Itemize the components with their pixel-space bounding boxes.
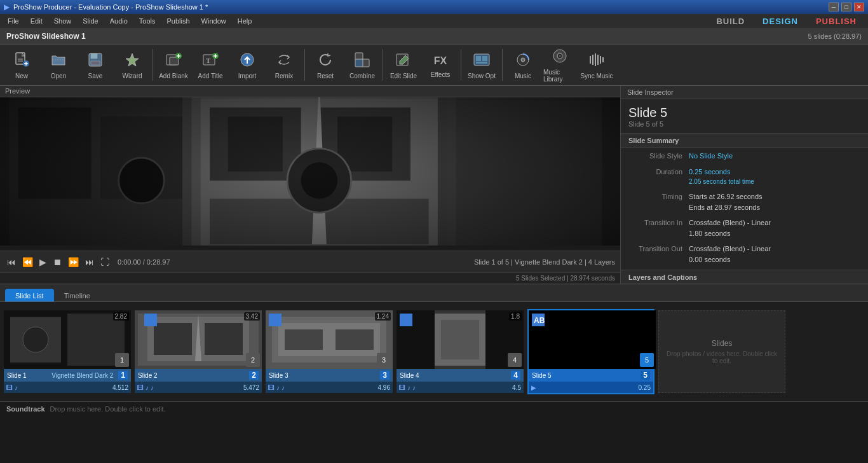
transition-out-duration: 0.00 seconds [689, 254, 771, 265]
svg-text:T: T [206, 57, 211, 64]
reset-button[interactable]: Reset [308, 47, 343, 83]
layers-captions-title: Layers and Captions [621, 270, 868, 284]
step-forward-button[interactable]: ⏩ [66, 256, 81, 268]
slide-number-heading: Slide 5 [628, 106, 860, 120]
tab-timeline[interactable]: Timeline [54, 289, 100, 301]
fullscreen-button[interactable]: ⛶ [98, 256, 111, 268]
slide-3-number: 3 [377, 353, 391, 367]
show-opt-button[interactable]: Show Opt [464, 47, 499, 83]
soundtrack-bar: Soundtrack Drop music here. Double click… [0, 401, 868, 415]
total-time-value[interactable]: 2.05 seconds total time [689, 177, 754, 186]
menu-show[interactable]: Show [49, 16, 77, 26]
sync-music-label: Sync Music [580, 73, 613, 79]
slide-1-title-bar: Slide 1 Vignette Blend Dark 2 1 [4, 369, 131, 382]
slide-1-title: Slide 1 [7, 372, 49, 379]
inspector-title: Slide Inspector [621, 86, 868, 99]
add-title-button[interactable]: T Add Title [193, 47, 228, 83]
slide-item-5[interactable]: AB 5 Slide 5 5 ▶ 0.25 [527, 309, 654, 394]
preview-pane: Preview [0, 86, 620, 284]
skip-end-button[interactable]: ⏭ [83, 256, 96, 268]
music-library-button[interactable]: Music Library [542, 47, 578, 83]
duration-value[interactable]: 0.25 seconds [689, 167, 754, 177]
add-blank-button[interactable]: Add Blank [156, 47, 191, 83]
menu-window[interactable]: Window [196, 16, 231, 26]
slide-4-num-badge: 4 [511, 371, 520, 380]
wizard-label: Wizard [122, 73, 142, 79]
save-button[interactable]: Save [78, 47, 113, 83]
slide-item-1[interactable]: 2.82 1 Slide 1 Vignette Blend Dark 2 1 🎞… [4, 310, 131, 393]
stop-button[interactable]: ⏹ [51, 256, 64, 268]
preview-image [0, 97, 620, 245]
new-button[interactable]: New [4, 47, 39, 83]
slide-3-trans-duration: 1.24 [375, 312, 391, 321]
slide-2-num-badge: 2 [249, 371, 259, 380]
maximize-button[interactable]: □ [841, 3, 851, 11]
timing-start: Starts at 26.92 seconds [689, 191, 763, 202]
combine-icon [353, 51, 371, 71]
combine-button[interactable]: Combine [344, 47, 380, 83]
slide-item-3[interactable]: 1.24 3 Slide 3 3 🎞 ♪ ♪ 4.96 [266, 310, 393, 393]
slide-3-extra-icon: ♪ [281, 384, 285, 391]
import-button[interactable]: Import [229, 47, 265, 83]
effects-button[interactable]: FX Effects [423, 47, 458, 83]
edit-slide-icon [395, 51, 412, 71]
minimize-button[interactable]: ─ [829, 3, 839, 11]
slide-5-bottom: ▶ 0.25 [529, 382, 653, 393]
show-info: 5 slides (0:28.97) [808, 32, 862, 40]
step-back-button[interactable]: ⏪ [20, 256, 35, 268]
svg-rect-40 [602, 57, 604, 62]
window-controls[interactable]: ─ □ ✕ [829, 3, 864, 11]
open-button[interactable]: Open [41, 47, 76, 83]
slide-4-number: 4 [508, 353, 522, 367]
svg-text:AB: AB [534, 316, 545, 325]
progress-area[interactable] [0, 245, 620, 251]
slide-3-film-icon: 🎞 [268, 384, 275, 391]
skip-start-button[interactable]: ⏮ [5, 256, 18, 268]
menu-file[interactable]: File [3, 16, 24, 26]
slide-style-value[interactable]: No Slide Style [689, 151, 733, 162]
svg-rect-80 [441, 320, 479, 359]
slide-4-bottom: 🎞 ♪ ♪ 4.5 [397, 382, 524, 393]
slide-1-trans-duration: 2.82 [113, 312, 129, 321]
timing-row: Timing Starts at 26.92 seconds Ends at 2… [621, 189, 868, 215]
effects-icon: FX [431, 52, 449, 70]
toolbar-separator-4 [461, 49, 461, 81]
slide-1-music-icon: ♪ [15, 384, 18, 391]
menu-audio[interactable]: Audio [105, 16, 133, 26]
menu-tools[interactable]: Tools [134, 16, 161, 26]
slide-2-title: Slide 2 [138, 372, 247, 379]
edit-slide-button[interactable]: Edit Slide [386, 47, 421, 83]
menu-publish[interactable]: Publish [162, 16, 195, 26]
tab-slide-list[interactable]: Slide List [5, 289, 54, 301]
empty-slide-slot[interactable]: Slides Drop photos / videos here. Double… [658, 310, 785, 393]
transition-out-row: Transition Out Crossfade (Blend) - Linea… [621, 241, 868, 267]
menu-slide[interactable]: Slide [78, 16, 103, 26]
save-icon [86, 51, 104, 71]
remix-button[interactable]: Remix [266, 47, 302, 83]
slide-style-row: Slide Style No Slide Style [621, 148, 868, 164]
publish-mode-button[interactable]: PUBLISH [807, 15, 865, 28]
slide-1-bottom: 🎞 ♪ 4.512 [4, 382, 131, 393]
slide-item-2[interactable]: 3.42 2 Slide 2 2 🎞 ♪ ♪ 5.472 [135, 310, 262, 393]
slide-5-number: 5 [640, 353, 654, 367]
combine-label: Combine [349, 73, 375, 79]
slides-selected-info: 5 Slides Selected | 28.974 seconds [516, 275, 615, 282]
slide-4-trans-duration: 1.8 [509, 312, 522, 321]
preview-video [0, 97, 620, 245]
build-mode-button[interactable]: BUILD [707, 15, 754, 28]
slide-5-num-badge: 5 [641, 371, 650, 380]
sync-music-button[interactable]: Sync Music [579, 47, 614, 83]
duration-value-group: 0.25 seconds 2.05 seconds total time [689, 167, 754, 187]
timing-value: Starts at 26.92 seconds Ends at 28.97 se… [689, 191, 763, 212]
slide-item-4[interactable]: 1.8 4 Slide 4 4 🎞 ♪ ♪ 4.5 [397, 310, 524, 393]
svg-point-31 [521, 58, 525, 62]
close-button[interactable]: ✕ [854, 3, 864, 11]
menu-edit[interactable]: Edit [25, 16, 48, 26]
design-mode-button[interactable]: DESIGN [754, 15, 807, 28]
menu-help[interactable]: Help [233, 16, 257, 26]
wizard-button[interactable]: Wizard [114, 47, 150, 83]
music-button[interactable]: Music [505, 47, 541, 83]
svg-rect-69 [205, 323, 243, 355]
slide-4-icons: 🎞 ♪ ♪ [399, 384, 416, 391]
play-button[interactable]: ▶ [37, 256, 48, 268]
